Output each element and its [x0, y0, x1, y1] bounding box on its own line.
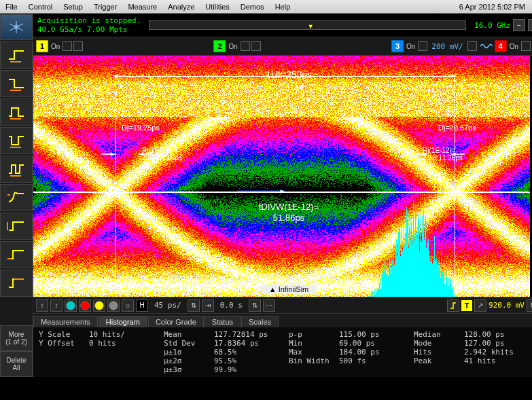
channel-3-button[interactable]: 3 — [391, 40, 404, 52]
stddev-value: 17.8364 ps — [214, 339, 268, 348]
measure-pulse-width-pos-icon[interactable] — [0, 98, 33, 126]
mu3s-value: 99.9% — [214, 365, 268, 374]
ch2-checkbox-2[interactable] — [251, 41, 261, 51]
sidebar-more-button[interactable]: More (1 of 2) — [0, 325, 33, 351]
measure-rising-edge-icon[interactable] — [0, 41, 33, 69]
time-per-div-value[interactable]: 45 ps/ — [150, 301, 185, 310]
delay-expand-icon[interactable]: ⋯ — [263, 299, 275, 312]
menu-control[interactable]: Control — [23, 1, 58, 12]
tabs-row: Measurements Histogram Color Grade Statu… — [33, 314, 532, 327]
measure-period-icon[interactable] — [0, 156, 33, 183]
min-label: Min — [289, 339, 335, 348]
yoffset-value: 0 hits — [89, 339, 143, 348]
left-sidebar: More (1 of 2) Delete All — [0, 14, 33, 377]
mu1s-value: 68.5% — [214, 348, 268, 357]
pp-value: 115.00 ps — [339, 330, 393, 339]
binwidth-value: 500 fs — [339, 357, 393, 365]
trigger-stepper-icon[interactable]: ⇅ — [527, 299, 532, 312]
menu-file[interactable]: File — [0, 1, 23, 12]
pp-label: p-p — [289, 330, 335, 339]
acquisition-status-bar: Acquisition is stopped. 40.0 GSa/s 7.00 … — [33, 14, 532, 37]
more-label: More — [9, 331, 24, 338]
ch3-coupling-icon[interactable] — [478, 41, 493, 52]
brightness-icon[interactable]: ☼ — [122, 299, 134, 312]
measure-amplitude-icon[interactable] — [0, 213, 33, 240]
ch3-on-label: On — [405, 43, 416, 50]
more-sublabel: (1 of 2) — [5, 338, 27, 346]
delay-stepper-icon[interactable]: ⇅ — [249, 299, 261, 312]
mode-label: Mode — [414, 339, 460, 348]
measure-overshoot-icon[interactable] — [0, 184, 33, 211]
color-yellow-icon[interactable] — [93, 299, 105, 312]
menu-demos[interactable]: Demos — [235, 1, 270, 12]
menu-setup[interactable]: Setup — [58, 1, 88, 12]
waveform-display[interactable]: 1UI=250ps Dj=19.25ps Dj=20.57ps Rj(1E-12… — [33, 56, 532, 297]
acq-status-text: Acquisition is stopped. — [37, 16, 141, 25]
trigger-edge-icon[interactable] — [447, 299, 459, 312]
color-red-icon[interactable] — [79, 299, 91, 312]
mu1s-label: μ±1σ — [164, 348, 210, 357]
restore-window-icon[interactable]: □ — [528, 19, 532, 31]
horizontal-mode-button[interactable]: H — [136, 299, 148, 312]
trigger-level-button[interactable]: T — [461, 300, 472, 311]
trigger-slope-icon[interactable]: ↗ — [474, 299, 486, 312]
peak-value: 41 hits — [464, 357, 518, 365]
channel-1-button[interactable]: 1 — [36, 40, 48, 52]
tab-scales[interactable]: Scales — [241, 316, 279, 327]
measure-pulse-width-neg-icon[interactable] — [0, 127, 33, 154]
sample-rate-text: 40.0 GSa/s 7.00 Mpts — [37, 25, 141, 34]
bottom-panel: Measurements Histogram Color Grade Statu… — [33, 313, 532, 377]
measure-base-icon[interactable] — [0, 241, 33, 268]
delay-value[interactable]: 0.0 s — [216, 301, 247, 310]
ch3-checkbox-2[interactable] — [467, 41, 477, 51]
channel-bar: 1 On 2 On 3 On 200 mV/ 4 — [33, 37, 532, 56]
menu-measure[interactable]: Measure — [122, 1, 162, 12]
median-value: 128.00 ps — [464, 330, 518, 339]
menu-utilities[interactable]: Utilities — [200, 1, 234, 12]
ch2-on-label: On — [227, 43, 238, 50]
ch1-checkbox[interactable] — [63, 41, 72, 51]
memory-bar[interactable]: ▼ — [149, 20, 466, 30]
max-value: 184.00 ps — [339, 348, 393, 357]
menu-help[interactable]: Help — [270, 1, 296, 12]
delay-mode-icon[interactable]: ⇥ — [202, 299, 214, 312]
timediv-stepper-icon[interactable]: ⇅ — [188, 299, 200, 312]
ch1-on-label: On — [50, 43, 61, 50]
measure-top-icon[interactable] — [0, 270, 33, 297]
ch1-checkbox-2[interactable] — [73, 41, 83, 51]
ch2-checkbox[interactable] — [241, 41, 250, 51]
channel-2-button[interactable]: 2 — [213, 40, 226, 52]
tab-color-grade[interactable]: Color Grade — [148, 316, 204, 327]
mean-value: 127.72814 ps — [214, 330, 268, 339]
tab-measurements[interactable]: Measurements — [33, 316, 98, 327]
sidebar-delete-all-button[interactable]: Delete All — [0, 351, 33, 377]
color-gear-icon[interactable] — [107, 299, 120, 312]
hits-label: Hits — [414, 348, 460, 357]
hits-value: 2.942 khits — [464, 348, 518, 357]
agilent-logo-icon[interactable] — [0, 14, 33, 40]
menu-trigger[interactable]: Trigger — [88, 1, 122, 12]
tab-status[interactable]: Status — [205, 316, 241, 327]
horizontal-toolbar: ↕ ↕ ☼ H 45 ps/ ⇅ ⇥ 0.0 s ⇅ ⋯ T ↗ 920.0 m… — [33, 297, 532, 313]
ch3-checkbox[interactable] — [418, 41, 427, 51]
minimize-window-icon[interactable]: − — [513, 19, 525, 31]
trigger-level-value[interactable]: 920.0 mV — [489, 301, 525, 310]
measure-falling-edge-icon[interactable] — [0, 70, 33, 97]
mean-label: Mean — [164, 330, 210, 339]
menu-bar: File Control Setup Trigger Measure Analy… — [0, 0, 532, 14]
ch4-checkbox[interactable] — [521, 41, 531, 51]
color-teal-icon[interactable] — [65, 299, 77, 312]
bandwidth-text: 16.0 GHz — [474, 21, 510, 30]
menu-analyze[interactable]: Analyze — [162, 1, 200, 12]
tool-marker-a-icon[interactable]: ↕ — [36, 299, 48, 312]
yscale-value: 10 hits/ — [89, 330, 143, 339]
tool-marker-b-icon[interactable]: ↕ — [50, 299, 63, 312]
mode-value: 127.00 ps — [464, 339, 518, 348]
mu3s-label: μ±3σ — [164, 365, 210, 374]
peak-label: Peak — [414, 357, 460, 365]
tab-histogram[interactable]: Histogram — [99, 316, 147, 327]
channel-4-button[interactable]: 4 — [495, 40, 507, 52]
stddev-label: Std Dev — [164, 339, 210, 348]
infiniisim-label: ▲ InfiniiSim — [262, 285, 316, 294]
ch3-vdiv-value[interactable]: 200 mV/ — [429, 42, 465, 51]
